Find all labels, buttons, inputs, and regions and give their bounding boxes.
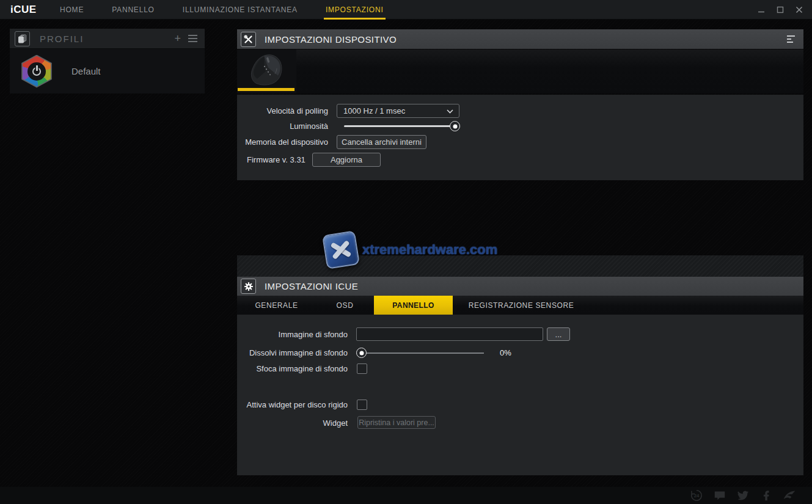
device-tab-mouse[interactable]	[237, 49, 296, 93]
top-menu-bar: iCUE HOME PANNELLO ILLUMINAZIONE ISTANTA…	[0, 0, 812, 20]
device-settings-panel: Velocità di polling 1000 Hz / 1 msec Lum…	[237, 95, 803, 180]
top-nav: HOME PANNELLO ILLUMINAZIONE ISTANTANEA I…	[58, 0, 386, 20]
profiles-title: PROFILI	[40, 34, 84, 44]
firmware-update-button[interactable]: Aggiorna	[312, 153, 381, 167]
nav-impostazioni[interactable]: IMPOSTAZIONI	[324, 0, 386, 20]
polling-label: Velocità di polling	[237, 106, 328, 115]
tab-osd[interactable]: OSD	[316, 296, 374, 315]
nav-home[interactable]: HOME	[58, 0, 86, 20]
footer-bar: 24	[0, 487, 812, 504]
restore-widget-defaults-button[interactable]: Ripristina i valori pre...	[357, 416, 436, 429]
icue-settings-title: IMPOSTAZIONI ICUE	[265, 281, 358, 291]
profile-list-menu-icon[interactable]	[188, 35, 197, 42]
brightness-slider[interactable]	[344, 121, 460, 131]
browse-image-button[interactable]: ...	[547, 327, 570, 341]
tab-generale[interactable]: GENERALE	[237, 296, 316, 315]
brightness-label: Luminosità	[237, 122, 328, 131]
device-tab-active-indicator	[238, 88, 294, 91]
tools-icon	[241, 32, 256, 47]
minimize-icon[interactable]	[757, 5, 766, 14]
power-icon	[31, 66, 42, 77]
nav-pannello[interactable]: PANNELLO	[110, 0, 156, 20]
panel-menu-icon[interactable]	[787, 35, 795, 43]
profiles-icon	[15, 31, 30, 46]
icue-window: iCUE HOME PANNELLO ILLUMINAZIONE ISTANTA…	[0, 0, 812, 504]
device-tabstrip	[237, 49, 803, 93]
fade-percent-value: 0%	[500, 348, 511, 357]
background-texture-band	[237, 255, 803, 277]
svg-text:24: 24	[694, 493, 700, 499]
profile-item-default[interactable]: Default	[10, 49, 205, 93]
fade-image-label: Dissolvi immagine di sfondo	[237, 348, 348, 357]
hdd-widget-label: Attiva widget per disco rigido	[237, 400, 348, 409]
tab-pannello[interactable]: PANNELLO	[374, 296, 453, 315]
device-settings-title: IMPOSTAZIONI DISPOSITIVO	[265, 34, 397, 45]
widget-label: Widget	[237, 418, 348, 428]
blur-image-label: Sfoca immagine di sfondo	[237, 364, 348, 373]
gear-icon	[241, 279, 256, 294]
icue-logo: iCUE	[10, 4, 54, 16]
window-controls	[757, 0, 803, 20]
profiles-sidebar: PROFILI + Default	[10, 29, 205, 93]
tab-registrazione-sensore[interactable]: REGISTRAZIONE SENSORE	[453, 296, 590, 315]
fade-image-slider-handle[interactable]	[356, 348, 367, 358]
profiles-header: PROFILI +	[10, 29, 205, 49]
add-profile-icon[interactable]: +	[174, 34, 181, 43]
forum-icon[interactable]	[713, 489, 726, 502]
polling-rate-value: 1000 Hz / 1 msec	[343, 106, 405, 115]
blur-image-checkbox[interactable]	[357, 363, 367, 374]
nav-illuminazione-istantanea[interactable]: ILLUMINAZIONE ISTANTANEA	[181, 0, 299, 20]
icue-settings-header: IMPOSTAZIONI ICUE	[237, 277, 803, 296]
corsair-icon[interactable]	[783, 489, 796, 502]
device-settings-header: IMPOSTAZIONI DISPOSITIVO	[237, 29, 803, 49]
device-memory-label: Memoria del dispositivo	[237, 137, 328, 147]
support-24-icon[interactable]: 24	[690, 489, 703, 502]
background-image-label: Immagine di sfondo	[237, 330, 348, 339]
maximize-icon[interactable]	[776, 5, 785, 14]
background-image-input[interactable]	[356, 327, 543, 341]
main-content: IMPOSTAZIONI DISPOSITIVO	[237, 29, 803, 475]
icue-tabstrip: GENERALE OSD PANNELLO REGISTRAZIONE SENS…	[237, 296, 803, 315]
twitter-icon[interactable]	[736, 489, 750, 502]
close-icon[interactable]	[795, 5, 803, 14]
brightness-slider-handle[interactable]	[450, 121, 460, 131]
chevron-down-icon	[447, 109, 453, 114]
profile-name: Default	[71, 66, 101, 76]
facebook-icon[interactable]	[759, 489, 773, 502]
profile-avatar	[20, 55, 53, 88]
clear-onboard-storage-button[interactable]: Cancella archivi interni	[337, 135, 426, 149]
firmware-version-label: Firmware v. 3.31	[247, 155, 305, 164]
hdd-widget-checkbox[interactable]	[357, 400, 367, 410]
polling-rate-select[interactable]: 1000 Hz / 1 msec	[337, 104, 459, 118]
mouse-image	[248, 53, 286, 86]
fade-image-slider[interactable]	[356, 348, 484, 358]
icue-settings-panel: Immagine di sfondo ... Dissolvi immagine…	[237, 315, 803, 475]
